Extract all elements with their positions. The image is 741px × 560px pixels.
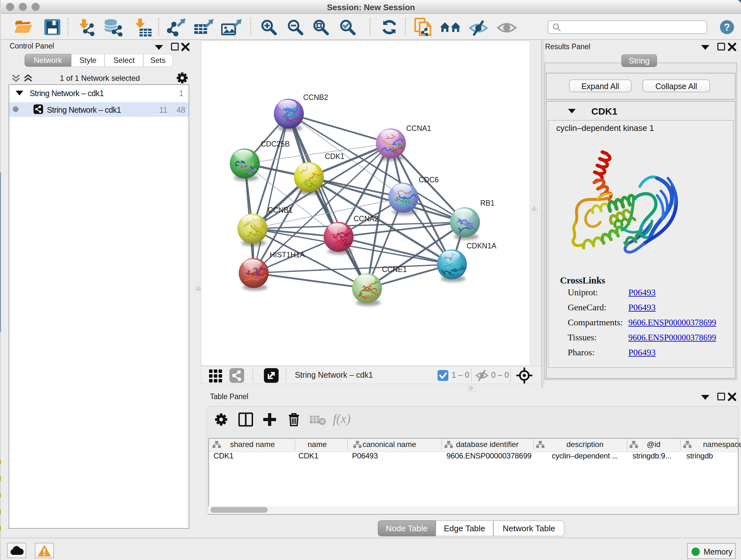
svg-text:CCNA2: CCNA2 xyxy=(354,214,379,223)
svg-text:?: ? xyxy=(724,21,730,33)
svg-text:CCNE1: CCNE1 xyxy=(382,265,407,273)
svg-text:CDK1: CDK1 xyxy=(325,152,344,161)
svg-text:HIST1H1A: HIST1H1A xyxy=(270,251,305,259)
svg-text:RB1: RB1 xyxy=(480,199,495,207)
svg-text:CCNB2: CCNB2 xyxy=(303,93,328,102)
svg-text:CCNA1: CCNA1 xyxy=(406,124,431,132)
svg-text:CDC6: CDC6 xyxy=(419,176,439,184)
svg-text:CCNB1: CCNB1 xyxy=(268,206,293,214)
svg-text:CDC25B: CDC25B xyxy=(261,140,290,148)
svg-text:CDKN1A: CDKN1A xyxy=(467,242,496,250)
